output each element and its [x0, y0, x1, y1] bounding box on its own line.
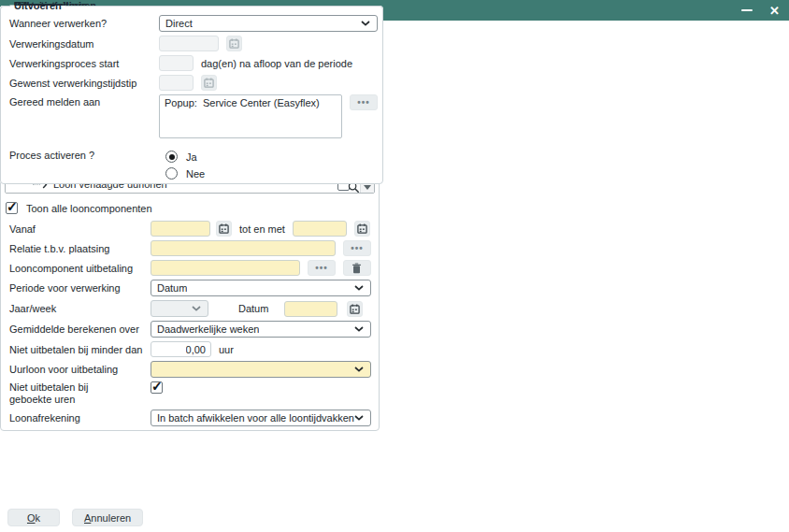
annuleren-button[interactable]: Annuleren: [72, 509, 143, 526]
chevron-down-icon: [361, 21, 370, 26]
tijdstip-label: Gewenst verwerkingstijdstip: [9, 78, 159, 89]
looncomponent-uitbetaling-label: Looncomponent uitbetaling: [9, 263, 151, 274]
radio-nee[interactable]: [165, 167, 178, 180]
tijdstip-input: [159, 75, 194, 91]
radio-ja-label: Ja: [186, 151, 197, 163]
relatie-input[interactable]: [151, 240, 336, 256]
vanaf-date-input[interactable]: [151, 221, 210, 237]
jaarweek-dropdown: [151, 300, 208, 317]
jaarweek-row: Jaar/week Datum: [9, 300, 371, 317]
looncomponent-uitbetaling-row: Looncomponent uitbetaling •••: [9, 260, 371, 276]
verwerkingsdatum-row: Verwerkingsdatum: [9, 36, 378, 51]
uitvoeren-section: Uitvoeren Wanneer verwerken? Direct Verw…: [0, 0, 383, 184]
niet-geboekt-label-line1: Niet uitbetalen bij: [9, 381, 151, 394]
chevron-down-icon: [192, 306, 201, 311]
scroll-down-icon[interactable]: [364, 185, 371, 190]
relatie-label: Relatie t.b.v. plaatsing: [9, 243, 151, 254]
niet-minder-input[interactable]: 0,00: [151, 341, 211, 357]
relatie-browse-button[interactable]: •••: [343, 240, 371, 256]
jaarweek-label: Jaar/week: [9, 303, 151, 314]
tot-en-met-calendar-button[interactable]: [354, 221, 370, 237]
wanneer-dropdown[interactable]: Direct: [159, 15, 378, 32]
gereed-browse-button[interactable]: •••: [350, 94, 378, 110]
gemiddelde-dropdown[interactable]: Daadwerkelijke weken: [151, 321, 371, 338]
footer-buttons: Ok Annuleren: [7, 509, 143, 526]
proces-start-label: Verwerkingsproces start: [9, 58, 159, 69]
proces-activeren-row: Proces activeren ? Ja Nee: [9, 150, 378, 180]
radio-ja[interactable]: [165, 151, 178, 163]
looncomponent-uitbetaling-input[interactable]: [151, 260, 300, 276]
gereed-label: Gereed melden aan: [9, 94, 159, 108]
niet-geboekt-row: Niet uitbetalen bij geboekte uren: [9, 381, 371, 406]
tot-en-met-label: tot en met: [239, 223, 285, 235]
tot-en-met-date-input[interactable]: [293, 221, 347, 237]
ok-button[interactable]: Ok: [7, 509, 60, 526]
periode-label: Periode voor verwerking: [9, 282, 151, 294]
toon-alle-checkbox[interactable]: [6, 202, 18, 214]
niet-minder-label: Niet uitbetalen bij minder dan: [9, 344, 151, 355]
proces-start-suffix: dag(en) na afloop van de periode: [201, 58, 352, 69]
chevron-down-icon: [354, 367, 364, 372]
calendar-icon: [357, 223, 367, 234]
gereed-textarea[interactable]: Popup: Service Center (Easyflex): [159, 94, 342, 138]
tijdstip-calendar-button: [201, 75, 217, 91]
vanaf-row: Vanaf tot en met: [9, 221, 371, 237]
gereed-row: Gereed melden aan Popup: Service Center …: [9, 94, 378, 138]
close-icon[interactable]: ✕: [769, 5, 780, 17]
tijdstip-row: Gewenst verwerkingstijdstip: [9, 75, 378, 91]
loonafrekening-row: Loonafrekening In batch afwikkelen voor …: [9, 410, 371, 426]
verwerkingsdatum-input: [159, 36, 219, 51]
loonafrekening-dropdown[interactable]: In batch afwikkelen voor alle loontijdva…: [151, 410, 371, 426]
verwerkingsdatum-label: Verwerkingsdatum: [9, 38, 159, 50]
proces-start-row: Verwerkingsproces start dag(en) na afloo…: [9, 55, 378, 71]
calendar-icon: [350, 304, 360, 314]
wanneer-row: Wanneer verwerken? Direct: [9, 15, 378, 32]
looncomponent-browse-button[interactable]: •••: [308, 260, 336, 276]
verwerkingsdatum-calendar-button: [226, 36, 242, 51]
chevron-down-icon: [354, 415, 364, 421]
uurloon-row: Uurloon voor uitbetaling: [9, 361, 371, 378]
gemiddelde-label: Gemiddelde berekenen over: [9, 324, 151, 335]
wanneer-label: Wanneer verwerken?: [9, 18, 159, 29]
calendar-icon: [204, 78, 214, 88]
datum-calendar-button[interactable]: [347, 301, 363, 317]
periode-dropdown[interactable]: Datum: [151, 280, 371, 296]
dialog-window: Lijstcriteria - Automatisch uitbetalen (…: [0, 0, 789, 532]
relatie-row: Relatie t.b.v. plaatsing •••: [9, 240, 371, 256]
looncomponent-delete-button[interactable]: [343, 260, 371, 276]
proces-start-input: [159, 55, 194, 71]
minimize-icon[interactable]: [741, 9, 753, 11]
uurloon-label: Uurloon voor uitbetaling: [9, 364, 151, 375]
uurloon-dropdown[interactable]: [151, 361, 371, 378]
niet-geboekt-checkbox[interactable]: [151, 381, 163, 394]
uitvoeren-legend: Uitvoeren: [10, 0, 65, 11]
radio-nee-label: Nee: [186, 168, 205, 180]
toon-alle-label: Toon alle looncomponenten: [26, 203, 152, 214]
uur-label: uur: [219, 344, 234, 355]
datum-input[interactable]: [284, 301, 337, 317]
niet-minder-row: Niet uitbetalen bij minder dan 0,00 uur: [9, 341, 371, 357]
trash-icon: [351, 263, 362, 274]
vanaf-label: Vanaf: [9, 223, 151, 235]
datum-label: Datum: [238, 303, 268, 314]
chevron-down-icon: [354, 326, 364, 332]
vanaf-calendar-button[interactable]: [216, 221, 232, 237]
periode-row: Periode voor verwerking Datum: [9, 280, 371, 296]
gemiddelde-row: Gemiddelde berekenen over Daadwerkelijke…: [9, 321, 371, 338]
loonafrekening-label: Loonafrekening: [9, 412, 151, 424]
proces-activeren-label: Proces activeren ?: [9, 150, 159, 161]
chevron-down-icon: [354, 285, 364, 291]
toon-alle-row: Toon alle looncomponenten: [6, 200, 371, 216]
calendar-icon: [219, 223, 229, 234]
calendar-icon: [229, 38, 239, 49]
niet-geboekt-label-line2: geboekte uren: [9, 394, 151, 406]
